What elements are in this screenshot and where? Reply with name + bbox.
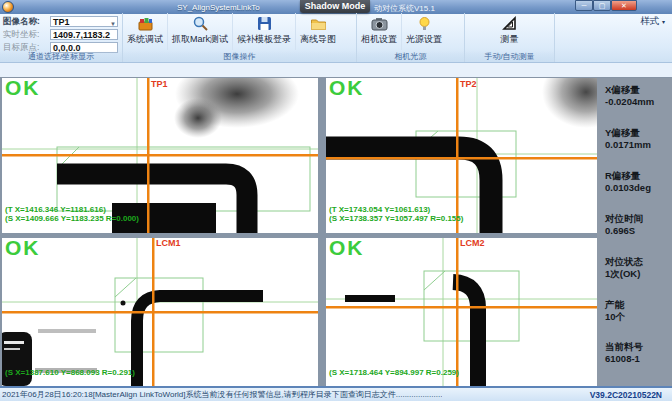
window-controls: ─ ▢ ✕: [575, 0, 637, 11]
readout-label: 对位状态: [605, 256, 643, 268]
image-name-value: TP1: [53, 17, 70, 27]
stage-coords: (S X=1738.357 Y=1057.497 R=0.155): [329, 214, 463, 223]
button-label: 光源设置: [406, 33, 442, 46]
coordinate-readout: (T X=1743.054 Y=1061.613) (S X=1738.357 …: [329, 205, 463, 223]
light-settings-button[interactable]: 光源设置: [402, 13, 446, 50]
chevron-down-icon: ▼: [110, 19, 116, 27]
camera-image-lcm2: [326, 238, 597, 386]
readout-value: 61008-1: [605, 353, 643, 365]
button-label: 离线导图: [300, 33, 336, 46]
image-name-label: 图像名称:: [3, 16, 50, 28]
status-message: 2021年06月28日16:20:18[MasterAlign LinkToWo…: [2, 389, 442, 400]
view-label: LCM2: [460, 238, 485, 248]
readout-value: 1次(OK): [605, 268, 643, 280]
camera-view-lcm2[interactable]: OK LCM2 (S X=1718.464 Y=894.997 R=0.259): [326, 238, 597, 386]
readout-label: 产能: [605, 299, 625, 311]
live-coord-value: 1409.7,1183.2: [53, 30, 110, 40]
minimize-button[interactable]: ─: [575, 0, 593, 11]
window-title: SY_AlignSystemLinkTo: [177, 3, 260, 12]
backup-template-login-button[interactable]: 候补模板登录: [233, 13, 296, 50]
coordinate-readout: (S X=1718.464 Y=894.997 R=0.259): [329, 368, 459, 377]
system-debug-button[interactable]: 系统调试: [123, 13, 168, 50]
camera-view-tp2[interactable]: OK TP2 (T X=1743.054 Y=1061.613) (S X=17…: [326, 78, 597, 233]
chevron-down-icon: ▾: [662, 19, 665, 25]
save-icon: [256, 15, 273, 32]
status-ok: OK: [5, 78, 41, 100]
group-camera-light: 相机设置 光源设置 相机光源: [357, 13, 465, 62]
align-time-readout: 对位时间0.696S: [605, 213, 643, 237]
camera-view-lcm1[interactable]: OK LCM1 (S X=1387.610 Y=868.093 R=0.291): [2, 238, 318, 386]
part-number-readout: 当前料号61008-1: [605, 341, 643, 365]
status-ok: OK: [5, 238, 41, 260]
readout-value: 0.0171mm: [605, 139, 651, 151]
group-caption: 相机光源: [357, 51, 464, 62]
button-label: 候补模板登录: [237, 33, 291, 46]
offline-map-button[interactable]: 离线导图: [296, 13, 340, 50]
target-coords: (T X=1743.054 Y=1061.613): [329, 205, 463, 214]
y-offset-readout: Y偏移量0.0171mm: [605, 127, 651, 151]
camera-settings-button[interactable]: 相机设置: [357, 13, 402, 50]
style-menu-label: 样式: [640, 15, 659, 26]
live-coord-label: 实时坐标:: [3, 29, 50, 41]
coordinate-readout: (T X=1416.346 Y=1181.616) (S X=1409.666 …: [5, 205, 139, 223]
group-caption: 图像操作: [123, 51, 356, 62]
status-ok: OK: [329, 78, 365, 100]
shadow-mode-tab[interactable]: Shadow Mode: [300, 0, 370, 13]
readout-label: 当前料号: [605, 341, 643, 353]
capacity-readout: 产能10个: [605, 299, 625, 323]
bulb-icon: [416, 15, 433, 32]
ruler-icon: [501, 15, 518, 32]
group-image-ops: 系统调试 抓取Mark测试 候补模板登录 离线导图 图像操作: [123, 13, 357, 62]
view-label: LCM1: [156, 238, 181, 248]
group-channel-coords: 图像名称: TP1▼ 实时坐标: 1409.7,1183.2 目标原点: 0,0…: [0, 13, 123, 62]
r-offset-readout: R偏移量0.0103deg: [605, 170, 651, 194]
readout-label: X偏移量: [605, 84, 654, 96]
readout-label: 对位时间: [605, 213, 643, 225]
view-label: TP1: [151, 79, 168, 89]
readout-value: 0.0103deg: [605, 182, 651, 194]
camera-view-tp1[interactable]: OK TP1 (T X=1416.346 Y=1181.616) (S X=14…: [2, 78, 318, 233]
grab-mark-test-button[interactable]: 抓取Mark测试: [168, 13, 233, 50]
ribbon-toolbar: 图像名称: TP1▼ 实时坐标: 1409.7,1183.2 目标原点: 0,0…: [0, 13, 672, 63]
app-orb-icon[interactable]: [2, 1, 14, 13]
coordinate-readout: (S X=1387.610 Y=868.093 R=0.291): [5, 368, 135, 377]
measurement-sidebar: X偏移量-0.0204mm Y偏移量0.0171mm R偏移量0.0103deg…: [597, 78, 672, 388]
status-ok: OK: [329, 238, 365, 260]
version-label: V39.2C20210522N: [590, 390, 662, 400]
target-coords: (T X=1416.346 Y=1181.616): [5, 205, 139, 214]
magnifier-icon: [192, 15, 209, 32]
image-name-combo[interactable]: TP1▼: [50, 16, 118, 27]
readout-value: 0.696S: [605, 225, 643, 237]
live-coord-field[interactable]: 1409.7,1183.2: [50, 29, 118, 40]
x-offset-readout: X偏移量-0.0204mm: [605, 84, 654, 108]
readout-value: 10个: [605, 311, 625, 323]
group-caption: 通道选择/坐标显示: [0, 51, 122, 62]
view-label: TP2: [460, 79, 477, 89]
maximize-button[interactable]: ▢: [593, 0, 611, 11]
close-button[interactable]: ✕: [611, 0, 637, 11]
camera-icon: [371, 15, 388, 32]
align-status-readout: 对位状态1次(OK): [605, 256, 643, 280]
button-label: 抓取Mark测试: [172, 33, 228, 46]
style-menu[interactable]: 样式 ▾: [640, 14, 665, 29]
readout-value: -0.0204mm: [605, 96, 654, 108]
button-label: 测量: [501, 33, 519, 46]
button-label: 系统调试: [127, 33, 163, 46]
readout-label: Y偏移量: [605, 127, 651, 139]
button-label: 相机设置: [361, 33, 397, 46]
app-window: SY_AlignSystemLinkTo 动对位系统V15.1 ─ ▢ ✕ Sh…: [0, 0, 672, 401]
group-caption: 手动/自动测量: [465, 51, 554, 62]
status-bar: 2021年06月28日16:20:18[MasterAlign LinkToWo…: [0, 388, 672, 401]
folder-icon: [310, 15, 327, 32]
stage-coords: (S X=1409.666 Y=1183.235 R=0.000): [5, 214, 139, 223]
measure-button[interactable]: 测量: [497, 13, 523, 50]
stage-coords: (S X=1718.464 Y=894.997 R=0.259): [329, 368, 459, 377]
group-measure: 测量 手动/自动测量: [465, 13, 555, 62]
toolbox-icon: [137, 15, 154, 32]
readout-label: R偏移量: [605, 170, 651, 182]
stage-coords: (S X=1387.610 Y=868.093 R=0.291): [5, 368, 135, 377]
camera-grid: OK TP1 (T X=1416.346 Y=1181.616) (S X=14…: [0, 77, 672, 388]
camera-image-lcm1: [2, 238, 318, 386]
